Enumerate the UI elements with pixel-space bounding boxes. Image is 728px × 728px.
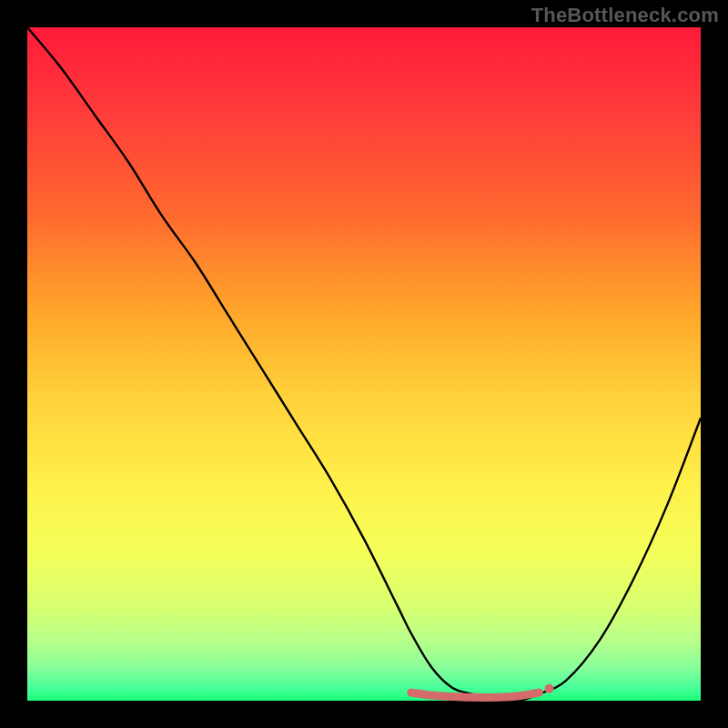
curve-layer — [27, 27, 701, 701]
chart-frame: TheBottleneck.com — [0, 0, 728, 728]
optimal-band-end-dot — [545, 684, 554, 693]
bottleneck-curve — [27, 27, 701, 702]
watermark-text: TheBottleneck.com — [531, 4, 719, 27]
optimal-band-marker — [411, 693, 540, 697]
